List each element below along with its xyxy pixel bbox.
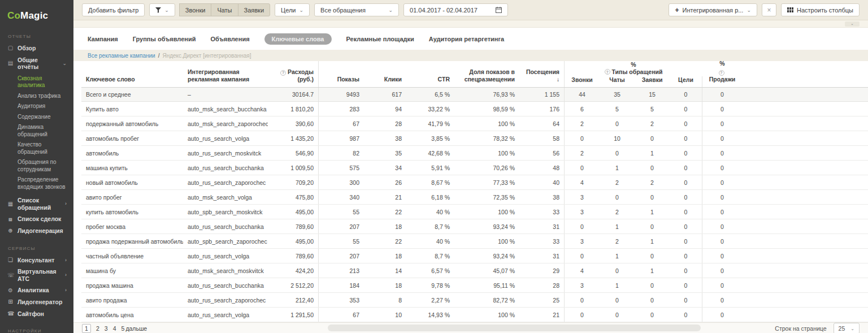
sidebar-item-label: Сайтфон: [18, 310, 44, 318]
table-row[interactable]: купить автомобиль auto_spb_search_moskvi…: [81, 205, 868, 219]
cell-shows: 82: [319, 146, 364, 160]
sidebar-item[interactable]: ☎ Сайтфон: [0, 308, 73, 320]
appeal-types-percent-label: %: [565, 61, 702, 68]
column-header-shows[interactable]: Показы: [319, 61, 364, 87]
cell-clicks: 94: [364, 102, 406, 116]
sidebar-item[interactable]: ⧈ Список сделок: [0, 213, 73, 225]
cell-expenses: 424,20: [268, 263, 319, 278]
column-header-visits[interactable]: Посещения↓: [519, 61, 565, 87]
tab[interactable]: Группы объявлений: [133, 36, 196, 42]
table-row[interactable]: машина бу auto_msk_search_moskvitck 424,…: [81, 263, 868, 278]
submenu-item[interactable]: Сквозная аналитика: [0, 73, 73, 91]
cell-shows: 300: [319, 175, 364, 189]
tab[interactable]: Объявления: [211, 36, 250, 42]
column-header-clicks[interactable]: Клики: [364, 61, 406, 87]
table-row[interactable]: новый автомобиль auto_rus_search_zaporoc…: [81, 175, 868, 190]
next-page-link[interactable]: дальше: [125, 325, 147, 332]
column-header-sales[interactable]: % ?Продажи: [702, 61, 742, 87]
submenu-item[interactable]: Распределение входящих звонков: [0, 175, 73, 192]
cell-keyword: авито продажа: [81, 293, 183, 307]
funnel-filter-button[interactable]: ⌄: [149, 3, 175, 16]
tab[interactable]: Рекламные площадки: [346, 36, 414, 42]
submenu-item[interactable]: Качество обращений: [0, 140, 73, 157]
page-number-button[interactable]: 4: [113, 325, 116, 332]
cell-ctr: 6,57 %: [406, 263, 454, 278]
appeals-filter-select[interactable]: Все обращения ⌄: [314, 3, 399, 16]
table-row[interactable]: Всего и среднее – 30164.7 9493 617 6,5 %…: [81, 87, 868, 102]
column-header-keyword[interactable]: Ключевое слово: [81, 61, 183, 87]
cell-requests: 15: [635, 88, 670, 101]
table-row[interactable]: продажа машина auto_rus_search_bucchanka…: [81, 278, 868, 293]
submenu-item[interactable]: Обращения по сотрудникам: [0, 157, 73, 175]
sidebar-item[interactable]: ⊞ Лидогенератор: [0, 296, 73, 308]
page-number-button[interactable]: 1: [82, 324, 91, 333]
table-row[interactable]: авито продажа auto_rus_search_zaporochec…: [81, 293, 868, 308]
table-row[interactable]: подержанный автомобиль auto_msk_search_z…: [81, 116, 868, 131]
column-header-goals[interactable]: Цели: [670, 76, 702, 87]
submenu-item[interactable]: Анализ трафика: [0, 91, 73, 102]
cell-ctr: 9,78 %: [406, 278, 454, 292]
sidebar-item-label: Виртуальная АТС: [18, 268, 61, 282]
cell-visits: 56: [519, 146, 565, 160]
date-range-picker[interactable]: 01.04.2017 - 02.04.2017: [403, 3, 508, 16]
comagic-logo[interactable]: CoMagic: [0, 7, 73, 29]
add-filter-button[interactable]: Добавить фильтр: [82, 3, 145, 16]
page-number-button[interactable]: 5: [121, 325, 125, 332]
table-row[interactable]: автомобиль цена auto_rus_search_volga 1 …: [81, 308, 868, 322]
submenu-item[interactable]: Содержание: [0, 112, 73, 123]
cell-shows: 9493: [319, 88, 364, 101]
table-row[interactable]: продажа подержанный автомобиль auto_spb_…: [81, 234, 868, 249]
column-header-campaign[interactable]: Интегрированная рекламная кампания: [183, 61, 268, 87]
toggle-button[interactable]: Заявки: [238, 3, 271, 16]
sidebar-item[interactable]: ☏ Виртуальная АТС ›: [0, 266, 73, 284]
column-header-chats[interactable]: Чаты: [600, 76, 635, 87]
close-button[interactable]: ×: [762, 3, 776, 16]
toggle-button[interactable]: Звонки: [179, 3, 212, 16]
integrated-campaign-button[interactable]: + Интегрированная р... ⌄: [669, 3, 757, 16]
section-label-services: СЕРВИСЫ: [0, 237, 73, 254]
sidebar-item-common-reports[interactable]: ▤ Общие отчёты ⌄: [0, 54, 73, 73]
sidebar-item[interactable]: ❏ Консультант ›: [0, 254, 73, 266]
cell-ctr: 5,91 %: [406, 161, 454, 175]
sidebar-item[interactable]: ▦ Список обращений ›: [0, 194, 73, 213]
cell-chats: 2: [600, 175, 635, 189]
appeal-types-group-label: ?Типы обращений: [565, 68, 702, 75]
breadcrumb-link-all-campaigns[interactable]: Все рекламные кампании: [88, 53, 155, 59]
table-row[interactable]: частный объявление auto_rus_search_volga…: [81, 249, 868, 263]
table-row[interactable]: автомобиль auto_rus_search_moskvitck 546…: [81, 146, 868, 161]
column-header-expenses[interactable]: ?Расходы (руб.): [268, 61, 319, 87]
submenu-item[interactable]: Динамика обращений: [0, 122, 73, 140]
tab[interactable]: Аудитория ретаргетинга: [429, 36, 504, 42]
rows-per-page-select[interactable]: 25 ⌄: [834, 323, 860, 333]
page-number-button[interactable]: 2: [96, 325, 99, 332]
sidebar-item-overview[interactable]: ▢ Обзор: [0, 42, 73, 54]
calendar-icon: [496, 7, 502, 13]
table-row[interactable]: пробег москва auto_rus_search_bucchanka …: [81, 219, 868, 234]
column-header-requests[interactable]: Заявки: [635, 76, 670, 87]
tab[interactable]: Кампания: [88, 36, 118, 42]
sidebar-item[interactable]: ⊕ Лидогенерация: [0, 225, 73, 237]
table-row[interactable]: машина купить auto_rus_search_bucchanka …: [81, 161, 868, 175]
column-header-ctr[interactable]: CTR: [406, 61, 454, 87]
collapse-toolbar-button[interactable]: ⌄: [845, 21, 860, 27]
tab[interactable]: Ключевые слова: [264, 33, 332, 45]
column-header-calls[interactable]: Звонки: [565, 76, 600, 87]
table-row[interactable]: авито пробег auto_msk_search_volga 475,8…: [81, 190, 868, 205]
goals-button[interactable]: Цели ⌄: [275, 3, 310, 16]
horizontal-scrollbar[interactable]: [328, 325, 701, 331]
submenu-item[interactable]: Аудитория: [0, 101, 73, 112]
toggle-button[interactable]: Чаты: [211, 3, 238, 16]
cell-campaign: auto_rus_search_volga: [183, 249, 268, 263]
main-content: Добавить фильтр ⌄ ЗвонкиЧатыЗаявки Цели …: [73, 0, 868, 333]
sidebar-item[interactable]: ⚙ Аналитика ›: [0, 284, 73, 296]
table-row[interactable]: Купить авто auto_msk_search_bucchanka 1 …: [81, 102, 868, 116]
cell-shows: 575: [319, 161, 364, 175]
table-row[interactable]: автомобиль пробег auto_rus_search_volga …: [81, 131, 868, 146]
rows-per-page-value: 25: [839, 325, 845, 332]
configure-columns-button[interactable]: Настроить столбцы: [781, 3, 860, 16]
cell-clicks: 28: [364, 116, 406, 131]
page-number-button[interactable]: 3: [105, 325, 108, 332]
cell-chats: 1: [600, 161, 635, 175]
services-items: ❏ Консультант › ☏ Виртуальная АТС › ⚙ Ан…: [0, 254, 73, 320]
column-header-premium-share[interactable]: Доля показов в спецразмещении: [454, 61, 519, 87]
